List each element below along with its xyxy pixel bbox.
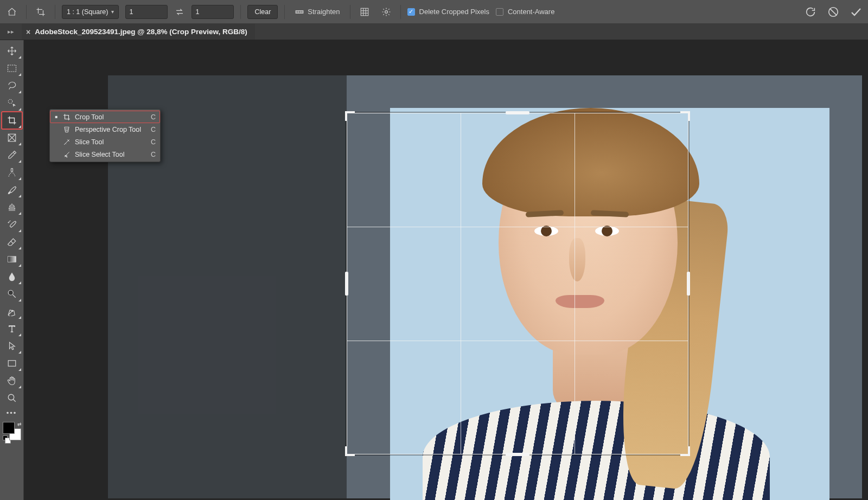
tools-panel: ••• ⇄	[0, 40, 24, 500]
straighten-button[interactable]: Straighten	[291, 4, 343, 20]
separator	[240, 5, 241, 19]
default-colors-icon[interactable]	[3, 435, 8, 440]
clone-stamp-tool[interactable]	[2, 198, 22, 216]
overlay-grid-button[interactable]	[357, 4, 372, 20]
reset-crop-button[interactable]	[803, 4, 818, 20]
flyout-item-shortcut: C	[151, 151, 156, 158]
checkbox-unchecked-icon	[496, 8, 503, 16]
content-aware-checkbox[interactable]: Content-Aware	[496, 8, 554, 16]
svg-rect-7	[11, 169, 12, 172]
svg-rect-8	[8, 257, 16, 262]
flyout-item-slice-tool[interactable]: Slice Tool C	[50, 136, 160, 148]
separator	[26, 5, 27, 19]
crop-height-input[interactable]	[192, 5, 234, 19]
clear-button-label: Clear	[254, 8, 271, 16]
flyout-item-label: Slice Tool	[75, 138, 104, 146]
crop-grid-line	[347, 227, 688, 227]
separator	[284, 5, 285, 19]
document-tab-bar: ▸▸ × AdobeStock_209523491.jpeg @ 28,8% (…	[0, 24, 868, 40]
aspect-ratio-label: 1 : 1 (Square)	[67, 8, 108, 16]
quick-select-tool[interactable]	[2, 94, 22, 112]
zoom-tool[interactable]	[2, 389, 22, 407]
crop-handle-bottom-left[interactable]	[345, 446, 355, 456]
svg-rect-11	[8, 361, 16, 367]
document-tab[interactable]: × AdobeStock_209523491.jpeg @ 28,8% (Cro…	[22, 24, 255, 40]
rect-marquee-tool[interactable]	[2, 60, 22, 77]
crop-handle-left[interactable]	[345, 272, 348, 296]
panel-grip-icon[interactable]: ▸▸	[0, 28, 22, 35]
swap-colors-icon[interactable]: ⇄	[17, 421, 22, 427]
checkbox-checked-icon: ✓	[407, 8, 415, 16]
eraser-tool[interactable]	[2, 233, 22, 251]
brush-tool[interactable]	[2, 181, 22, 198]
crop-options-bar: 1 : 1 (Square) ▾ Clear Straighten ✓ Dele…	[0, 0, 868, 24]
separator	[55, 5, 55, 19]
crop-handle-bottom[interactable]	[506, 453, 529, 456]
crop-tool-flyout: ■ Crop Tool C Perspective Crop Tool C	[49, 109, 161, 162]
lasso-tool[interactable]	[2, 77, 22, 94]
healing-brush-tool[interactable]	[2, 164, 22, 181]
crop-width-input[interactable]	[125, 5, 168, 19]
home-button[interactable]	[4, 4, 20, 20]
separator	[400, 5, 401, 19]
frame-tool[interactable]	[2, 129, 22, 146]
edit-toolbar-button[interactable]: •••	[2, 407, 22, 419]
flyout-item-slice-select-tool[interactable]: Slice Select Tool C	[50, 148, 160, 161]
crop-handle-top-left[interactable]	[345, 111, 355, 121]
crop-settings-gear-button[interactable]	[379, 4, 394, 20]
svg-point-5	[8, 99, 12, 104]
dodge-tool[interactable]	[2, 285, 22, 303]
slice-select-icon	[62, 150, 71, 159]
flyout-item-crop-tool[interactable]: ■ Crop Tool C	[50, 111, 160, 123]
blur-tool[interactable]	[2, 268, 22, 285]
selected-bullet-icon: ■	[54, 114, 59, 119]
tool-preset-icon[interactable]	[33, 4, 48, 20]
straighten-label: Straighten	[308, 8, 340, 16]
separator	[350, 5, 350, 19]
eyedropper-tool[interactable]	[2, 146, 22, 164]
commit-crop-button[interactable]	[848, 4, 864, 20]
swap-dimensions-button[interactable]	[174, 4, 185, 20]
slice-icon	[62, 138, 71, 146]
flyout-item-shortcut: C	[151, 126, 156, 133]
flyout-item-perspective-crop-tool[interactable]: Perspective Crop Tool C	[50, 123, 160, 136]
svg-point-2	[385, 10, 387, 13]
path-select-tool[interactable]	[2, 337, 22, 355]
move-tool[interactable]	[2, 42, 22, 60]
flyout-item-label: Slice Select Tool	[75, 151, 125, 158]
crop-handle-right[interactable]	[687, 272, 690, 296]
clear-button[interactable]: Clear	[247, 5, 278, 19]
foreground-color-swatch[interactable]	[3, 422, 15, 434]
history-brush-tool[interactable]	[2, 216, 22, 233]
crop-bounding-box[interactable]	[347, 113, 688, 454]
crop-icon	[62, 113, 71, 121]
svg-rect-1	[361, 8, 368, 16]
close-tab-button[interactable]: ×	[26, 28, 30, 36]
gradient-tool[interactable]	[2, 251, 22, 268]
crop-handle-top-right[interactable]	[680, 111, 690, 121]
canvas-area[interactable]: ■ Crop Tool C Perspective Crop Tool C	[24, 40, 868, 500]
cancel-crop-button[interactable]	[826, 4, 841, 20]
flyout-item-shortcut: C	[151, 113, 156, 121]
type-tool[interactable]	[2, 320, 22, 337]
crop-grid-line	[575, 113, 575, 454]
flyout-item-label: Crop Tool	[75, 113, 104, 121]
flyout-item-shortcut: C	[151, 138, 156, 146]
crop-grid-line	[347, 341, 688, 341]
rectangle-shape-tool[interactable]	[2, 355, 22, 372]
aspect-ratio-dropdown[interactable]: 1 : 1 (Square) ▾	[62, 5, 119, 19]
crop-handle-top[interactable]	[506, 111, 529, 114]
content-aware-label: Content-Aware	[508, 8, 554, 16]
svg-point-12	[8, 394, 14, 400]
chevron-down-icon: ▾	[111, 9, 114, 15]
hand-tool[interactable]	[2, 372, 22, 389]
color-swatches[interactable]: ⇄	[3, 422, 21, 440]
crop-tool[interactable]	[2, 112, 22, 129]
crop-handle-bottom-right[interactable]	[680, 446, 690, 456]
svg-point-9	[8, 290, 13, 295]
svg-rect-4	[8, 65, 16, 72]
svg-point-10	[11, 310, 12, 311]
crop-grid-line	[461, 113, 461, 454]
delete-cropped-checkbox[interactable]: ✓ Delete Cropped Pixels	[407, 8, 489, 16]
pen-tool[interactable]	[2, 303, 22, 320]
